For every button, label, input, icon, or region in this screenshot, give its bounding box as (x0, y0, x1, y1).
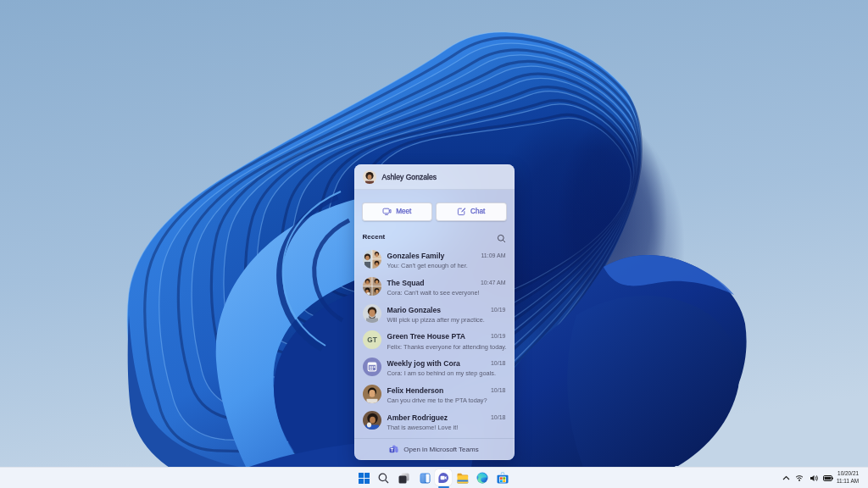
svg-text:GT: GT (367, 336, 376, 344)
